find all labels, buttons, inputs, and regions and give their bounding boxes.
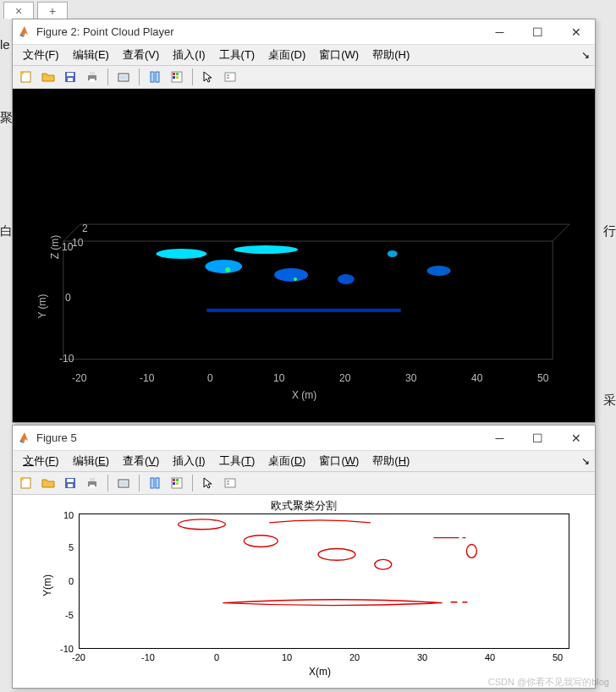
svg-point-33 bbox=[427, 266, 451, 276]
y-tick: 0 bbox=[69, 576, 74, 586]
menu-window[interactable]: 窗口(W) bbox=[314, 452, 364, 470]
toolbar bbox=[13, 471, 595, 495]
svg-rect-9 bbox=[120, 75, 127, 80]
minimize-button[interactable]: ─ bbox=[481, 19, 519, 45]
menu-file[interactable]: 文文件(F)件(F) bbox=[18, 452, 64, 470]
menu-view[interactable]: 查看(V) bbox=[118, 46, 164, 64]
link-axes-icon[interactable] bbox=[145, 473, 165, 493]
menu-overflow-icon[interactable]: ↘ bbox=[581, 49, 590, 61]
svg-point-59 bbox=[318, 548, 355, 560]
save-icon[interactable] bbox=[60, 67, 80, 87]
legend-icon[interactable] bbox=[220, 473, 240, 493]
y-axis-label: Y (m) bbox=[36, 294, 48, 318]
svg-rect-41 bbox=[68, 484, 73, 487]
separator bbox=[192, 475, 193, 492]
matlab-icon bbox=[18, 431, 31, 445]
print-preview-icon[interactable] bbox=[113, 67, 134, 87]
y-tick: 0 bbox=[65, 292, 71, 304]
svg-rect-44 bbox=[90, 485, 95, 488]
save-icon[interactable] bbox=[60, 473, 80, 493]
y-tick: -5 bbox=[65, 610, 74, 620]
open-icon[interactable] bbox=[38, 473, 58, 493]
svg-line-25 bbox=[553, 224, 569, 241]
cluster-plot bbox=[79, 514, 569, 649]
menu-desktop[interactable]: 桌面(D) bbox=[263, 46, 311, 64]
close-button[interactable]: ✕ bbox=[557, 19, 595, 45]
menu-overflow-icon[interactable]: ↘ bbox=[581, 455, 590, 467]
plot-title: 欧式聚类分割 bbox=[13, 498, 595, 514]
window-title: Figure 2: Point Cloud Player bbox=[36, 25, 174, 38]
maximize-button[interactable]: ☐ bbox=[519, 19, 557, 45]
x-tick: 0 bbox=[214, 652, 219, 662]
x-tick: -10 bbox=[141, 652, 155, 662]
menu-view[interactable]: 查看(V) bbox=[118, 452, 164, 470]
menu-tools[interactable]: 工具(T) bbox=[214, 46, 261, 64]
menu-file[interactable]: 文件(F) bbox=[18, 46, 64, 64]
open-icon[interactable] bbox=[38, 67, 58, 87]
colorbar-icon[interactable] bbox=[167, 473, 187, 493]
menu-edit[interactable]: 编辑(E) bbox=[68, 452, 114, 470]
menu-tools[interactable]: 工具(T) bbox=[214, 452, 261, 470]
x-axis-label: X(m) bbox=[309, 666, 331, 678]
maximize-button[interactable]: ☐ bbox=[519, 426, 557, 451]
x-tick: 20 bbox=[339, 372, 350, 384]
menu-edit[interactable]: 编辑(E) bbox=[68, 46, 114, 64]
menu-help[interactable]: 帮助(H) bbox=[367, 452, 415, 470]
x-tick: -10 bbox=[140, 372, 154, 384]
x-tick: 20 bbox=[349, 652, 360, 662]
bg-tab-add[interactable]: + bbox=[37, 2, 68, 19]
svg-point-28 bbox=[205, 260, 242, 273]
svg-point-61 bbox=[466, 545, 476, 558]
bg-text: 白 bbox=[0, 223, 13, 239]
z-tick: 2 bbox=[82, 222, 88, 234]
minimize-button[interactable]: ─ bbox=[481, 426, 519, 451]
svg-rect-52 bbox=[173, 482, 175, 485]
print-icon[interactable] bbox=[82, 67, 102, 87]
new-figure-icon[interactable] bbox=[16, 473, 36, 493]
legend-icon[interactable] bbox=[220, 67, 240, 87]
pointer-icon[interactable] bbox=[198, 473, 218, 493]
svg-rect-17 bbox=[225, 73, 235, 81]
pointer-icon[interactable] bbox=[198, 67, 218, 87]
svg-point-57 bbox=[179, 519, 226, 530]
plot-canvas[interactable]: 欧式聚类分割 -10 bbox=[13, 495, 595, 688]
y-tick: 5 bbox=[69, 542, 74, 552]
svg-rect-10 bbox=[151, 72, 154, 82]
new-figure-icon[interactable] bbox=[16, 67, 36, 87]
menu-insert[interactable]: 插入(I) bbox=[168, 46, 210, 64]
svg-point-58 bbox=[244, 535, 278, 547]
svg-rect-13 bbox=[173, 73, 175, 75]
x-tick: 10 bbox=[273, 372, 284, 384]
svg-point-1 bbox=[20, 71, 24, 74]
colorbar-icon[interactable] bbox=[167, 67, 187, 87]
z-tick: -10 bbox=[69, 237, 83, 249]
link-axes-icon[interactable] bbox=[145, 67, 165, 87]
svg-point-32 bbox=[388, 250, 398, 257]
titlebar[interactable]: Figure 5 ─ ☐ ✕ bbox=[13, 426, 595, 451]
svg-rect-47 bbox=[151, 478, 154, 488]
titlebar[interactable]: Figure 2: Point Cloud Player ─ ☐ ✕ bbox=[13, 19, 595, 45]
z-axis-label: Z (m) bbox=[49, 235, 61, 260]
menu-help[interactable]: 帮助(H) bbox=[367, 46, 415, 64]
svg-rect-15 bbox=[173, 76, 175, 79]
svg-rect-14 bbox=[176, 73, 179, 75]
svg-rect-6 bbox=[90, 72, 95, 75]
svg-point-31 bbox=[338, 274, 355, 284]
watermark: CSDN @你看不见我写的blog bbox=[488, 676, 609, 689]
print-preview-icon[interactable] bbox=[113, 473, 134, 493]
separator bbox=[107, 69, 108, 85]
svg-point-36 bbox=[294, 277, 297, 281]
svg-rect-7 bbox=[90, 79, 95, 82]
bg-tab-close[interactable]: × bbox=[3, 2, 34, 19]
toolbar bbox=[13, 65, 595, 89]
plot-canvas[interactable]: -20 -10 0 10 20 30 40 50 X (m) -10 0 10 … bbox=[13, 89, 595, 422]
x-axis-label: X (m) bbox=[292, 389, 316, 401]
x-tick: 0 bbox=[207, 372, 213, 384]
separator bbox=[139, 475, 140, 492]
close-button[interactable]: ✕ bbox=[557, 426, 595, 451]
menu-insert[interactable]: 插入(I) bbox=[168, 452, 210, 470]
menu-window[interactable]: 窗口(W) bbox=[314, 46, 364, 64]
menu-desktop[interactable]: 桌面(D) bbox=[263, 452, 311, 470]
separator bbox=[139, 69, 140, 85]
print-icon[interactable] bbox=[82, 473, 102, 493]
